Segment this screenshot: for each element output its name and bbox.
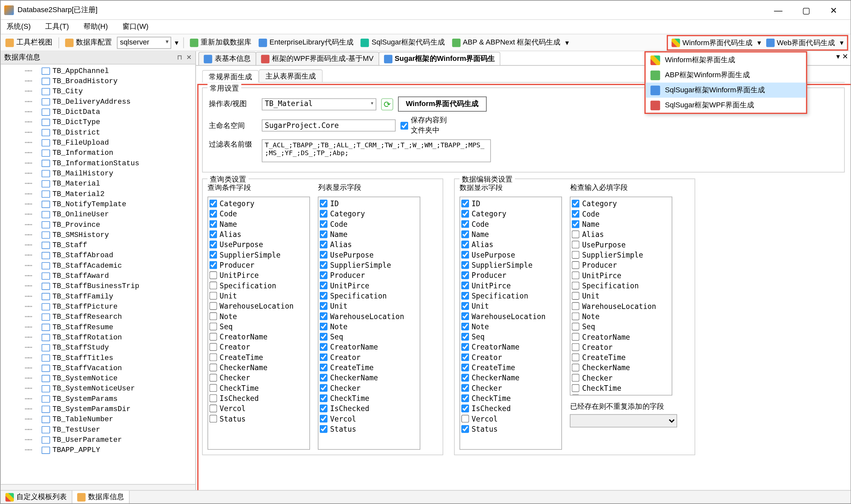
tree-item[interactable]: ⋯⋯TB_StaffTitles: [25, 353, 195, 363]
field-item[interactable]: Specification: [209, 280, 308, 290]
tree-item[interactable]: ⋯⋯TB_DeliveryAddress: [25, 96, 195, 107]
field-item[interactable]: CheckTime: [461, 393, 560, 403]
field-item[interactable]: Seq: [461, 331, 560, 342]
field-checkbox[interactable]: [209, 394, 217, 402]
tree-item[interactable]: ⋯⋯TB_DictType: [25, 117, 195, 127]
field-checkbox[interactable]: [572, 312, 580, 320]
field-checkbox[interactable]: [572, 343, 580, 351]
field-checkbox[interactable]: [209, 312, 217, 320]
tree-item[interactable]: ⋯⋯TB_SystemNoticeUser: [25, 383, 195, 393]
field-item[interactable]: UnitPirce: [320, 280, 419, 290]
tree-item[interactable]: ⋯⋯TB_SystemParamsDir: [25, 404, 195, 414]
field-checkbox[interactable]: [572, 364, 580, 372]
field-checkbox[interactable]: [320, 364, 328, 372]
subtab-master-detail[interactable]: 主从表界面生成: [258, 69, 322, 82]
tree-item[interactable]: ⋯⋯TB_StaffPicture: [25, 302, 195, 311]
field-checkbox[interactable]: [461, 333, 469, 341]
field-checkbox[interactable]: [572, 384, 580, 392]
field-item[interactable]: CreateTime: [461, 362, 560, 373]
existing-combo[interactable]: [570, 414, 677, 428]
field-item[interactable]: ID: [320, 198, 419, 209]
field-item[interactable]: Creator: [320, 352, 419, 362]
tree-item[interactable]: ⋯⋯TB_SystemParams: [25, 394, 195, 404]
tree-item[interactable]: ⋯⋯TB_MailHistory: [25, 168, 195, 178]
field-checkbox[interactable]: [320, 251, 328, 258]
field-item[interactable]: Code: [320, 219, 419, 229]
field-item[interactable]: UsePurpose: [209, 239, 308, 249]
tree-item[interactable]: ⋯⋯TB_StaffVacation: [25, 363, 195, 373]
field-item[interactable]: IsChecked: [209, 393, 308, 403]
field-item[interactable]: Code: [209, 209, 308, 219]
field-checkbox[interactable]: [572, 394, 580, 396]
field-checkbox[interactable]: [461, 240, 469, 248]
field-checkbox[interactable]: [209, 302, 217, 310]
field-checkbox[interactable]: [461, 374, 469, 382]
dd-sqlsugar-wpf[interactable]: SqlSugar框架WPF界面生成: [646, 97, 806, 112]
field-checkbox[interactable]: [209, 404, 217, 412]
field-item[interactable]: Unit: [572, 291, 671, 301]
menu-system[interactable]: 系统(S): [4, 21, 33, 33]
field-item[interactable]: Vercol: [320, 413, 419, 424]
field-checkbox[interactable]: [209, 282, 217, 289]
listbox-list-cols[interactable]: IDCategoryCodeNameAliasUsePurposeSupplie…: [318, 196, 420, 450]
field-item[interactable]: UsePurpose: [320, 250, 419, 260]
field-checkbox[interactable]: [461, 230, 469, 238]
field-item[interactable]: Checker: [461, 383, 560, 393]
tabs-dropdown-icon[interactable]: ▾: [836, 52, 840, 61]
field-checkbox[interactable]: [320, 220, 328, 228]
field-item[interactable]: WarehouseLocation: [209, 301, 308, 311]
field-checkbox[interactable]: [320, 343, 328, 351]
field-item[interactable]: IsChecked: [461, 403, 560, 413]
field-checkbox[interactable]: [320, 322, 328, 330]
field-checkbox[interactable]: [461, 271, 469, 279]
field-checkbox[interactable]: [572, 292, 580, 300]
sqlsugar-gen[interactable]: SqlSugar框架代码生成: [358, 36, 447, 49]
field-item[interactable]: CheckerName: [209, 362, 308, 373]
btab-dbinfo[interactable]: 数据库信息: [72, 490, 130, 503]
field-item[interactable]: Vercol: [209, 403, 308, 413]
generate-button[interactable]: Winform界面代码生成: [398, 96, 486, 112]
tree-item[interactable]: ⋯⋯TB_StaffAbroad: [25, 250, 195, 260]
field-checkbox[interactable]: [320, 282, 328, 289]
field-checkbox[interactable]: [320, 415, 328, 422]
field-item[interactable]: Specification: [461, 291, 560, 301]
field-checkbox[interactable]: [209, 230, 217, 238]
field-checkbox[interactable]: [209, 364, 217, 372]
tree-item[interactable]: ⋯⋯TB_NotifyTemplate: [25, 199, 195, 209]
field-checkbox[interactable]: [209, 251, 217, 258]
field-checkbox[interactable]: [572, 220, 580, 228]
field-checkbox[interactable]: [209, 333, 217, 341]
field-checkbox[interactable]: [572, 374, 580, 382]
menu-window[interactable]: 窗口(W): [120, 21, 151, 33]
field-checkbox[interactable]: [572, 322, 580, 330]
field-checkbox[interactable]: [320, 302, 328, 310]
tree[interactable]: ⋯⋯TB_AppChannel⋯⋯TB_BroadHistory⋯⋯TB_Cit…: [1, 65, 195, 484]
field-item[interactable]: ID: [461, 198, 560, 209]
field-item[interactable]: CreatorName: [320, 342, 419, 352]
field-checkbox[interactable]: [209, 353, 217, 361]
field-item[interactable]: CheckTime: [572, 383, 671, 393]
field-item[interactable]: Creator: [572, 342, 671, 352]
field-item[interactable]: Checker: [572, 373, 671, 382]
toolbar-view[interactable]: 工具栏视图: [3, 36, 55, 49]
field-checkbox[interactable]: [320, 312, 328, 320]
field-checkbox[interactable]: [461, 210, 469, 218]
tree-item[interactable]: ⋯⋯TB_StaffResearch: [25, 311, 195, 322]
field-item[interactable]: UsePurpose: [572, 239, 671, 249]
field-item[interactable]: Category: [572, 198, 671, 209]
field-checkbox[interactable]: [320, 271, 328, 279]
field-checkbox[interactable]: [320, 292, 328, 300]
tree-item[interactable]: ⋯⋯TB_StaffAcademic: [25, 260, 195, 271]
field-item[interactable]: IsChecked: [320, 403, 419, 413]
tree-item[interactable]: ⋯⋯TBAPP_APPLY: [25, 445, 195, 455]
field-item[interactable]: Status: [209, 413, 308, 424]
btab-custom[interactable]: 自定义模板列表: [1, 490, 72, 503]
field-item[interactable]: Note: [209, 311, 308, 321]
field-item[interactable]: CheckerName: [572, 362, 671, 373]
field-item[interactable]: UnitPirce: [209, 270, 308, 280]
field-checkbox[interactable]: [461, 404, 469, 412]
tabs-close-icon[interactable]: ✕: [842, 52, 848, 61]
dd-abp-winform[interactable]: ABP框架Winform界面生成: [646, 68, 806, 83]
field-checkbox[interactable]: [572, 271, 580, 279]
field-checkbox[interactable]: [209, 200, 217, 208]
